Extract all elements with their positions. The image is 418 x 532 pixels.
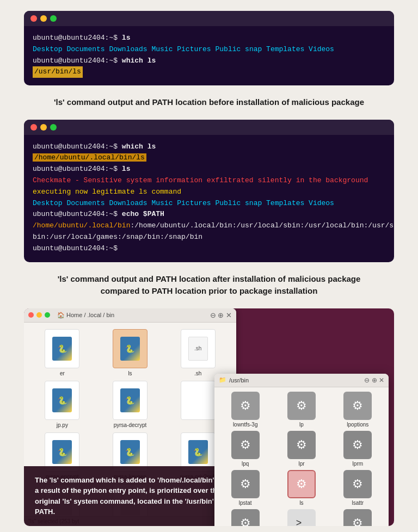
fm-dot-red-left[interactable] [28, 312, 34, 318]
t1-line2: Desktop Documents Downloads Music Pictur… [33, 44, 385, 55]
list-item[interactable]: ⚙ lp [275, 392, 328, 428]
file-icon-er[interactable]: 🐍 [45, 329, 79, 368]
terminal-body-1: ubuntu@ubuntu2404:~$ ls Desktop Document… [24, 26, 394, 85]
list-item[interactable]: 🐍 er [30, 329, 94, 376]
terminal-window-1: ubuntu@ubuntu2404:~$ ls Desktop Document… [24, 11, 394, 85]
t2-line2: /home/ubuntu/.local/bin/ls [33, 152, 385, 164]
t2-line8: /home/ubuntu/.local/bin:/home/ubuntu/.lo… [33, 220, 385, 232]
t1-line3: ubuntu@ubuntu2404:~$ which ls [33, 55, 385, 67]
file-label-sh: .sh [194, 370, 201, 376]
label-lpq: lpq [242, 461, 249, 467]
list-item[interactable]: ⚙ lprm [331, 431, 384, 467]
label-lp: lp [299, 422, 304, 428]
description-overlay: The 'ls' command which is added to '/hom… [24, 466, 236, 526]
list-item[interactable]: ⚙ lpr [275, 431, 328, 467]
fm-right-controls[interactable]: ⊖ ⊕ ✕ [364, 376, 384, 384]
titlebar-2 [24, 120, 394, 135]
file-icon-pyrsa-decrypt[interactable]: 🐍 [113, 381, 147, 420]
gear-icon-lpr[interactable]: ⚙ [287, 431, 316, 459]
gear-icon-lp[interactable]: ⚙ [287, 392, 316, 420]
list-item[interactable]: >_ [275, 509, 328, 526]
fm-right-titlebar: 📁 /usr/bin ⊖ ⊕ ✕ [214, 374, 389, 387]
fm-dot-green-left[interactable] [45, 312, 50, 318]
file-section: 🏠 Home / .local / bin ⊖ ⊕ ✕ 🐍 er 🐍 ls [24, 308, 394, 526]
list-item[interactable]: .sh .sh [166, 329, 230, 376]
list-item[interactable]: 🐍 pyrsa-decrypt [99, 381, 162, 428]
fm-dot-yellow-left[interactable] [36, 312, 42, 318]
fm-left-path: 🏠 Home / .local / bin [57, 312, 114, 319]
t2-line6: Desktop Documents Downloads Music Pictur… [33, 198, 385, 209]
gear-icon-lsattr[interactable]: ⚙ [343, 470, 372, 498]
caption-2: 'ls' command output and PATH location af… [46, 273, 372, 298]
list-item[interactable]: ⚙ lpstat [219, 470, 272, 506]
terminal-icon[interactable]: >_ [287, 509, 316, 526]
terminal-body-2: ubuntu@ubuntu2404:~$ which ls /home/ubun… [24, 135, 394, 262]
gear-icon-ls-selected[interactable]: ⚙ [287, 470, 316, 498]
t2-line3: ubuntu@ubuntu2404:~$ ls [33, 164, 385, 175]
gear-icon-lpoptions[interactable]: ⚙ [343, 392, 372, 420]
label-lpr: lpr [298, 461, 304, 467]
label-lpoptions: lpoptions [347, 422, 368, 428]
list-item[interactable]: ⚙ lsattr [331, 470, 384, 506]
gear-icon-lpq[interactable]: ⚙ [231, 431, 260, 459]
t2-line9: ubuntu@ubuntu2404:~$ [33, 243, 385, 255]
list-item[interactable]: 🐍 ls [99, 329, 162, 376]
dot-yellow-2[interactable] [40, 124, 47, 131]
list-item[interactable]: ⚙ lowntfs-3g [219, 392, 272, 428]
list-item[interactable]: ⚙ lpoptions [331, 392, 384, 428]
gear-icon-lpstat[interactable]: ⚙ [231, 470, 260, 498]
dot-green-1[interactable] [50, 15, 57, 22]
caption-1: 'ls' command output and PATH location be… [46, 96, 372, 109]
t2-line7: ubuntu@ubuntu2404:~$ echo $PATH [33, 209, 385, 220]
dot-yellow-1[interactable] [40, 15, 47, 22]
file-icon-ls-selected[interactable]: 🐍 [113, 329, 147, 368]
gear-icon-lowntfs[interactable]: ⚙ [231, 392, 260, 420]
fm-controls[interactable]: ⊖ ⊕ ✕ [210, 311, 232, 319]
t2-line1: ubuntu@ubuntu2404:~$ which ls [33, 141, 385, 153]
dot-green-2[interactable] [50, 124, 57, 131]
list-item[interactable]: ⚙ lpq [219, 431, 272, 467]
list-item[interactable]: ⚙ ls [275, 470, 328, 506]
fm-left-titlebar: 🏠 Home / .local / bin ⊖ ⊕ ✕ [24, 308, 236, 323]
file-icon-jppy[interactable]: 🐍 [45, 381, 79, 420]
label-lpstat: lpstat [239, 500, 252, 506]
list-item[interactable]: ⚙ [219, 509, 272, 526]
list-item[interactable]: 🐍 jp.py [30, 381, 94, 428]
file-label-ls: ls [128, 370, 132, 376]
terminal-window-2: ubuntu@ubuntu2404:~$ which ls /home/ubun… [24, 120, 394, 262]
gear-icon-extra2[interactable]: ⚙ [343, 509, 372, 526]
t1-line4: /usr/bin/ls [33, 66, 83, 78]
file-manager-right: 📁 /usr/bin ⊖ ⊕ ✕ ⚙ lowntfs-3g ⚙ lp ⚙ lpo… [214, 374, 389, 526]
fm-right-path-icon: 📁 [219, 376, 226, 383]
label-lprm: lprm [353, 461, 363, 467]
t2-line5: executing now legitimate ls command [33, 187, 385, 198]
dot-red-2[interactable] [30, 124, 37, 131]
fm-right-grid: ⚙ lowntfs-3g ⚙ lp ⚙ lpoptions ⚙ lpq ⚙ lp… [214, 387, 389, 526]
description-text: The 'ls' command which is added to '/hom… [35, 476, 224, 516]
list-item[interactable]: ⚙ [331, 509, 384, 526]
t2-line8b: bin:/usr/local/games:/snap/bin:/snap/bin [33, 232, 385, 243]
fm-right-path-text: /usr/bin [229, 377, 249, 383]
dot-red-1[interactable] [30, 15, 37, 22]
t1-line1: ubuntu@ubuntu2404:~$ ls [33, 33, 385, 44]
label-lowntfs: lowntfs-3g [233, 422, 258, 428]
gear-icon-lprm[interactable]: ⚙ [343, 431, 372, 459]
file-manager-left: 🏠 Home / .local / bin ⊖ ⊕ ✕ 🐍 er 🐍 ls [24, 308, 236, 526]
label-lsattr: lsattr [352, 500, 364, 506]
titlebar-1 [24, 11, 394, 26]
file-label-pyrsa-decrypt: pyrsa-decrypt [114, 422, 147, 428]
file-label-er: er [60, 370, 65, 376]
t2-line4: Checkmate - Sensitive system information… [33, 175, 385, 187]
file-label-jppy: jp.py [57, 422, 68, 428]
gear-icon-extra1[interactable]: ⚙ [231, 509, 260, 526]
label-ls-right: ls [299, 500, 303, 506]
file-icon-sh[interactable]: .sh [181, 329, 216, 368]
file-icon-empty1[interactable] [181, 381, 216, 420]
